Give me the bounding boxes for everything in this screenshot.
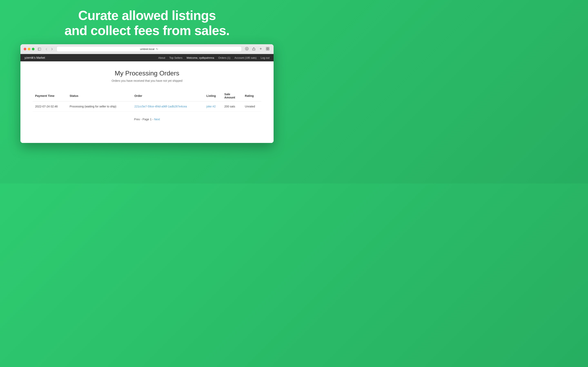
nav-orders[interactable]: Orders (1): [218, 56, 230, 59]
col-header-status: Status: [67, 91, 132, 101]
tabs-button[interactable]: [265, 47, 270, 52]
fullscreen-button[interactable]: [32, 48, 35, 50]
address-bar[interactable]: umbrel.local ↻: [57, 46, 242, 52]
share-button[interactable]: [251, 47, 256, 52]
cell-payment-time: 2022-07-24 02:46: [33, 101, 67, 111]
hero-title-line1: Curate allowed listings: [78, 8, 216, 23]
nav-welcome: Welcome, vydbpahmna: [186, 56, 214, 59]
svg-rect-0: [38, 48, 41, 50]
order-link[interactable]: 221cc5e7-59ce-4f4d-a96f-1adb287e4cea: [134, 105, 187, 108]
new-tab-button[interactable]: [258, 47, 263, 52]
site-navbar: yzernik's Market About Top Sellers Welco…: [20, 54, 274, 61]
browser-window: umbrel.local ↻: [20, 44, 274, 143]
download-button[interactable]: [244, 47, 250, 52]
site-nav-links: About Top Sellers Welcome, vydbpahmna Or…: [158, 56, 269, 59]
orders-table: Payment Time Status Order Listing Sale A…: [33, 91, 261, 111]
next-link[interactable]: Next: [154, 118, 160, 121]
page-label: Page 1: [143, 118, 151, 121]
main-content: My Processing Orders Orders you have rec…: [20, 61, 274, 143]
svg-rect-7: [268, 47, 269, 49]
prev-label: Prev: [134, 118, 140, 121]
svg-rect-9: [268, 49, 269, 50]
svg-rect-6: [266, 47, 268, 49]
table-header-row: Payment Time Status Order Listing Sale A…: [33, 91, 261, 101]
reload-icon: ↻: [156, 48, 158, 50]
nav-account[interactable]: Account (195 sats): [234, 56, 256, 59]
hero-title-line2: and collect fees from sales.: [65, 23, 229, 38]
col-header-sale-amount: Sale Amount: [222, 91, 242, 101]
site-brand: yzernik's Market: [25, 56, 45, 59]
listing-link[interactable]: joke #2: [207, 105, 216, 108]
forward-button[interactable]: [50, 47, 54, 51]
page-separator-2: -: [152, 118, 154, 121]
page-subtitle: Orders you have received that you have n…: [33, 79, 261, 82]
page-title: My Processing Orders: [33, 69, 261, 77]
hero-section: Curate allowed listings and collect fees…: [61, 0, 233, 44]
browser-actions: [244, 47, 270, 52]
traffic-lights: [24, 48, 35, 50]
browser-chrome: umbrel.local ↻: [20, 44, 274, 54]
col-header-order: Order: [132, 91, 204, 101]
pagination: Prev - Page 1 - Next: [33, 118, 261, 121]
url-display: umbrel.local: [140, 48, 154, 50]
browser-nav: [44, 47, 54, 51]
cell-rating: Unrated: [242, 101, 261, 111]
svg-rect-8: [266, 49, 268, 50]
cell-order: 221cc5e7-59ce-4f4d-a96f-1adb287e4cea: [132, 101, 204, 111]
nav-logout[interactable]: Log out: [261, 56, 269, 59]
nav-about[interactable]: About: [158, 56, 165, 59]
col-header-rating: Rating: [242, 91, 261, 101]
site-content: yzernik's Market About Top Sellers Welco…: [20, 54, 274, 143]
page-separator-1: -: [141, 118, 143, 121]
col-header-payment-time: Payment Time: [33, 91, 67, 101]
cell-sale-amount: 200 sats: [222, 101, 242, 111]
cell-status: Processing (waiting for seller to ship): [67, 101, 132, 111]
close-button[interactable]: [24, 48, 26, 50]
cell-listing: joke #2: [204, 101, 222, 111]
col-header-listing: Listing: [204, 91, 222, 101]
hero-title: Curate allowed listings and collect fees…: [65, 8, 229, 38]
nav-top-sellers[interactable]: Top Sellers: [169, 56, 182, 59]
table-row: 2022-07-24 02:46 Processing (waiting for…: [33, 101, 261, 111]
back-button[interactable]: [44, 47, 49, 51]
minimize-button[interactable]: [28, 48, 30, 50]
sidebar-toggle-button[interactable]: [37, 47, 42, 51]
